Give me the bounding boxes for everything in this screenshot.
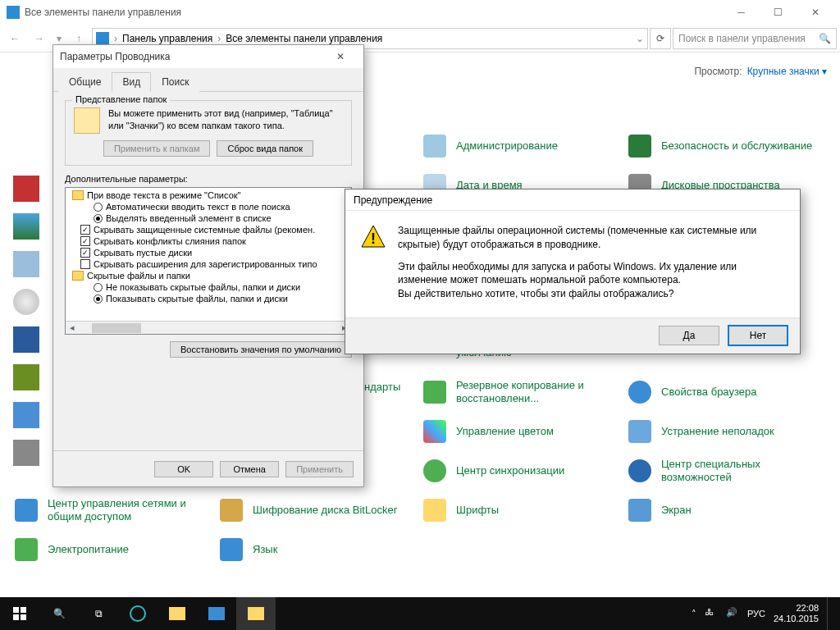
tab-view[interactable]: Вид <box>112 72 151 92</box>
cp-item-power[interactable]: Электропитание <box>13 530 218 569</box>
window-titlebar: Все элементы панели управления ─ ☐ ✕ <box>0 0 840 25</box>
tab-general[interactable]: Общие <box>58 72 112 92</box>
dialog-tabs: Общие Вид Поиск <box>53 68 363 92</box>
cp-item-backup[interactable]: Резервное копирование и восстановлени... <box>422 372 627 412</box>
view-label: Просмотр: <box>694 66 742 77</box>
cp-item-fragment[interactable]: ндарты <box>364 381 400 393</box>
start-button[interactable] <box>0 597 39 630</box>
cp-item-color[interactable]: Управление цветом <box>422 412 627 451</box>
svg-rect-4 <box>13 614 19 620</box>
tree-checkbox[interactable]: Скрывать пустые диски <box>69 247 348 258</box>
tree-checkbox[interactable]: Скрывать расширения для зарегистрированн… <box>69 258 348 270</box>
tray-network-icon[interactable]: 🖧 <box>705 607 718 620</box>
cp-item-sync[interactable]: Центр синхронизации <box>422 451 627 491</box>
svg-text:!: ! <box>371 231 376 247</box>
printer-icon[interactable] <box>13 251 39 277</box>
cancel-button[interactable]: Отмена <box>220 461 279 477</box>
taskbar-explorer-active[interactable] <box>236 597 276 630</box>
task-view-button[interactable]: ⧉ <box>79 597 118 630</box>
dialog-title: Параметры Проводника <box>60 51 324 62</box>
cp-item-admin[interactable]: Администрирование <box>422 126 627 166</box>
taskbar-app[interactable] <box>197 597 236 630</box>
folder-views-icon <box>74 107 100 134</box>
tray-chevron-up-icon[interactable]: ˄ <box>692 609 696 619</box>
tree-radio[interactable]: Автоматически вводить текст в поле поиск… <box>69 201 348 212</box>
refresh-button[interactable]: ⟳ <box>650 28 671 49</box>
globe-shield-icon[interactable] <box>13 213 39 240</box>
svg-rect-5 <box>21 614 26 620</box>
breadcrumb-item[interactable]: Панель управления <box>122 33 212 44</box>
cp-item-network-sharing[interactable]: Центр управления сетями и общим доступом <box>13 491 218 530</box>
taskbar-edge[interactable] <box>118 597 158 630</box>
taskbar: 🔍 ⧉ ˄ 🖧 🔊 РУС 22:08 24.10.2015 <box>0 597 840 630</box>
network-icon[interactable] <box>13 364 39 390</box>
svg-rect-3 <box>21 607 26 613</box>
back-button[interactable]: ← <box>3 27 26 50</box>
minimize-button[interactable]: ─ <box>723 0 760 25</box>
left-icon-strip <box>13 176 46 466</box>
folder-views-group: Представление папок Вы можете применить … <box>65 100 352 166</box>
window-title: Все элементы панели управления <box>25 7 723 18</box>
restore-defaults-button[interactable]: Восстановить значения по умолчанию <box>170 341 352 358</box>
flash-icon[interactable] <box>13 176 39 202</box>
chevron-right-icon: › <box>217 33 221 44</box>
folder-icon <box>72 271 84 281</box>
cp-item-security[interactable]: Безопасность и обслуживание <box>627 126 832 166</box>
group-legend: Представление папок <box>72 94 170 104</box>
cp-item-troubleshoot[interactable]: Устранение неполадок <box>627 412 832 451</box>
advanced-settings-tree[interactable]: При вводе текста в режиме "Список" Автом… <box>65 187 352 335</box>
speaker-icon[interactable] <box>13 289 39 315</box>
tray-clock[interactable]: 22:08 24.10.2015 <box>774 603 819 623</box>
show-desktop-button[interactable] <box>827 597 832 630</box>
cp-item-language[interactable]: Язык <box>218 530 423 569</box>
search-icon: 🔍 <box>819 33 831 44</box>
breadcrumb-item[interactable]: Все элементы панели управления <box>226 33 382 44</box>
svg-rect-2 <box>13 607 19 613</box>
forward-button[interactable]: → <box>28 27 51 50</box>
chevron-down-icon[interactable]: ⌄ <box>636 33 644 44</box>
search-button[interactable]: 🔍 <box>39 597 79 630</box>
advanced-settings-label: Дополнительные параметры: <box>65 174 352 184</box>
cp-item-bitlocker[interactable]: Шифрование диска BitLocker <box>218 491 423 530</box>
cp-item-internet[interactable]: Свойства браузера <box>627 372 832 412</box>
tray-language[interactable]: РУС <box>747 609 765 619</box>
horizontal-scrollbar[interactable]: ◂ ▸ <box>66 321 351 334</box>
cp-item-fonts[interactable]: Шрифты <box>422 491 627 530</box>
cp-item-display[interactable]: Экран <box>627 491 832 530</box>
reset-folders-button[interactable]: Сброс вида папок <box>217 140 313 157</box>
yes-button[interactable]: Да <box>659 326 719 345</box>
maximize-button[interactable]: ☐ <box>760 0 797 25</box>
ok-button[interactable]: OK <box>154 461 213 477</box>
apply-to-folders-button[interactable]: Применить к папкам <box>103 140 211 157</box>
dialog-close-button[interactable]: ✕ <box>324 51 357 62</box>
folder-icon <box>72 190 84 200</box>
app-icon <box>7 6 20 19</box>
close-button[interactable]: ✕ <box>797 0 833 25</box>
phone-icon[interactable] <box>13 402 39 428</box>
no-button[interactable]: Нет <box>728 325 788 346</box>
tree-checkbox[interactable]: Скрывать защищенные системные файлы (рек… <box>69 224 348 235</box>
control-panel-icon <box>96 32 109 45</box>
messagebox-text-2: Эти файлы необходимы для запуска и работ… <box>398 261 737 286</box>
device-icon[interactable] <box>13 326 39 353</box>
apply-button[interactable]: Применить <box>285 461 354 477</box>
pad-icon[interactable] <box>13 440 39 466</box>
tree-checkbox[interactable]: Скрывать конфликты слияния папок <box>69 235 348 247</box>
tray-volume-icon[interactable]: 🔊 <box>726 607 739 620</box>
tab-search[interactable]: Поиск <box>151 72 199 92</box>
view-dropdown[interactable]: Крупные значки ▾ <box>747 66 827 77</box>
cp-item-accessibility[interactable]: Центр специальных возможностей <box>627 451 832 491</box>
scrollbar-thumb[interactable] <box>92 323 141 333</box>
tree-radio[interactable]: Не показывать скрытые файлы, папки и дис… <box>69 281 348 293</box>
folder-options-dialog: Параметры Проводника ✕ Общие Вид Поиск П… <box>52 44 364 487</box>
messagebox-text-1: Защищенные файлы операционной системы (п… <box>398 224 785 252</box>
warning-messagebox: Предупреждение ! Защищенные файлы операц… <box>345 189 801 354</box>
folder-views-text: Вы можете применить этот вид (например, … <box>108 107 343 132</box>
warning-icon: ! <box>360 224 386 250</box>
taskbar-explorer[interactable] <box>158 597 197 630</box>
tree-radio[interactable]: Показывать скрытые файлы, папки и диски <box>69 293 348 304</box>
messagebox-title: Предупреждение <box>345 189 800 211</box>
messagebox-text-3: Вы действительно хотите, чтобы эти файлы… <box>398 288 673 299</box>
search-input[interactable]: Поиск в панели управления 🔍 <box>673 28 837 49</box>
tree-radio[interactable]: Выделять введенный элемент в списке <box>69 212 348 224</box>
